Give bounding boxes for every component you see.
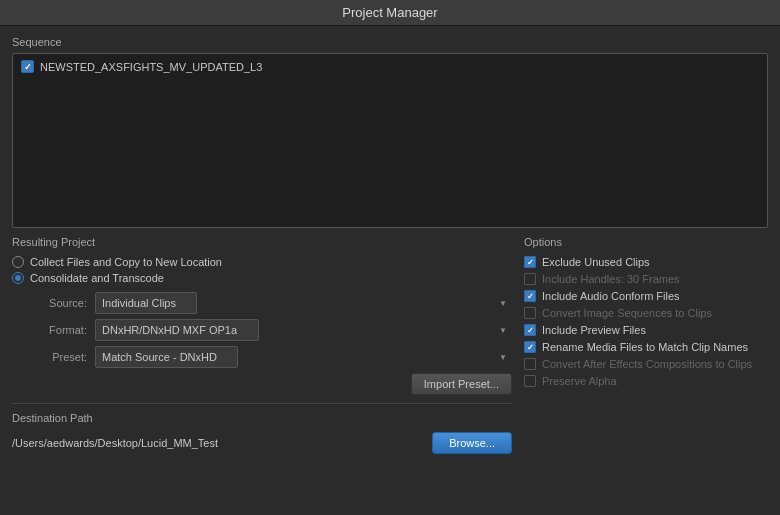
format-select[interactable]: DNxHR/DNxHD MXF OP1a — [95, 319, 259, 341]
checkbox-preserve-alpha[interactable] — [524, 375, 536, 387]
options-panel: Options Exclude Unused Clips Include Han… — [524, 236, 768, 503]
destination-label: Destination Path — [12, 412, 512, 424]
option-convert-image: Convert Image Sequences to Clips — [524, 307, 768, 319]
preset-select-wrapper: Match Source - DNxHD — [95, 346, 512, 368]
option-include-audio[interactable]: Include Audio Conform Files — [524, 290, 768, 302]
option-exclude-unused[interactable]: Exclude Unused Clips — [524, 256, 768, 268]
checkbox-convert-ae[interactable] — [524, 358, 536, 370]
checkbox-include-handles[interactable] — [524, 273, 536, 285]
option-exclude-unused-label: Exclude Unused Clips — [542, 256, 650, 268]
title-bar: Project Manager — [0, 0, 780, 26]
radio-group: Collect Files and Copy to New Location C… — [12, 256, 512, 284]
browse-button[interactable]: Browse... — [432, 432, 512, 454]
destination-row: /Users/aedwards/Desktop/Lucid_MM_Test Br… — [12, 432, 512, 454]
window-title: Project Manager — [342, 5, 437, 20]
import-preset-row: Import Preset... — [12, 373, 512, 395]
checkbox-convert-image[interactable] — [524, 307, 536, 319]
format-select-wrapper: DNxHR/DNxHD MXF OP1a — [95, 319, 512, 341]
sequence-label: Sequence — [12, 36, 768, 48]
option-convert-ae-label: Convert After Effects Compositions to Cl… — [542, 358, 752, 370]
option-convert-ae: Convert After Effects Compositions to Cl… — [524, 358, 768, 370]
format-row: Format: DNxHR/DNxHD MXF OP1a — [12, 319, 512, 341]
destination-path: /Users/aedwards/Desktop/Lucid_MM_Test — [12, 437, 424, 449]
preset-select[interactable]: Match Source - DNxHD — [95, 346, 238, 368]
radio-consolidate[interactable]: Consolidate and Transcode — [12, 272, 512, 284]
option-convert-image-label: Convert Image Sequences to Clips — [542, 307, 712, 319]
source-select-wrapper: Individual Clips — [95, 292, 512, 314]
sequence-item-name: NEWSTED_AXSFIGHTS_MV_UPDATED_L3 — [40, 61, 262, 73]
radio-collect[interactable]: Collect Files and Copy to New Location — [12, 256, 512, 268]
option-preserve-alpha-label: Preserve Alpha — [542, 375, 617, 387]
option-include-handles-label: Include Handles: 30 Frames — [542, 273, 680, 285]
option-include-preview-label: Include Preview Files — [542, 324, 646, 336]
source-row: Source: Individual Clips — [12, 292, 512, 314]
resulting-project-label: Resulting Project — [12, 236, 512, 248]
preset-row: Preset: Match Source - DNxHD — [12, 346, 512, 368]
source-label: Source: — [32, 297, 87, 309]
preset-label: Preset: — [32, 351, 87, 363]
source-select[interactable]: Individual Clips — [95, 292, 197, 314]
sequence-checkbox[interactable] — [21, 60, 34, 73]
option-include-audio-label: Include Audio Conform Files — [542, 290, 680, 302]
destination-section: Destination Path /Users/aedwards/Desktop… — [12, 403, 512, 454]
option-include-preview[interactable]: Include Preview Files — [524, 324, 768, 336]
left-panel: Resulting Project Collect Files and Copy… — [12, 236, 512, 503]
sequence-section: Sequence NEWSTED_AXSFIGHTS_MV_UPDATED_L3 — [12, 36, 768, 228]
import-preset-button[interactable]: Import Preset... — [411, 373, 512, 395]
checkbox-exclude-unused[interactable] — [524, 256, 536, 268]
radio-consolidate-label: Consolidate and Transcode — [30, 272, 164, 284]
radio-collect-label: Collect Files and Copy to New Location — [30, 256, 222, 268]
radio-consolidate-circle[interactable] — [12, 272, 24, 284]
option-include-handles: Include Handles: 30 Frames — [524, 273, 768, 285]
options-label: Options — [524, 236, 768, 248]
checkbox-rename-media[interactable] — [524, 341, 536, 353]
radio-collect-circle[interactable] — [12, 256, 24, 268]
sequence-box: NEWSTED_AXSFIGHTS_MV_UPDATED_L3 — [12, 53, 768, 228]
format-label: Format: — [32, 324, 87, 336]
checkbox-include-preview[interactable] — [524, 324, 536, 336]
checkbox-include-audio[interactable] — [524, 290, 536, 302]
sequence-item[interactable]: NEWSTED_AXSFIGHTS_MV_UPDATED_L3 — [21, 60, 759, 73]
option-rename-media-label: Rename Media Files to Match Clip Names — [542, 341, 748, 353]
option-preserve-alpha: Preserve Alpha — [524, 375, 768, 387]
option-rename-media[interactable]: Rename Media Files to Match Clip Names — [524, 341, 768, 353]
